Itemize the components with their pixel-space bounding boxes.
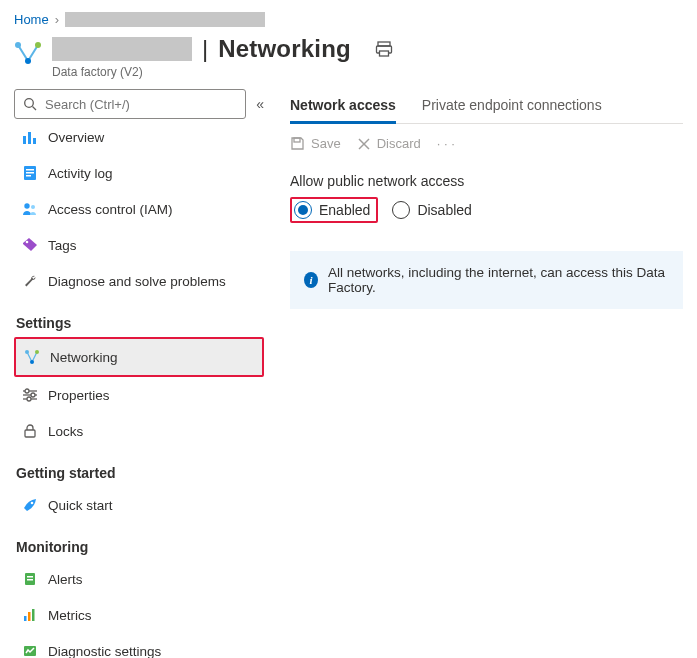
sidebar-item-label: Overview bbox=[48, 130, 104, 145]
page-title: Networking bbox=[218, 35, 351, 63]
sidebar-item-properties[interactable]: Properties bbox=[14, 377, 264, 413]
svg-point-20 bbox=[30, 360, 34, 364]
svg-rect-13 bbox=[26, 172, 34, 174]
sidebar-item-activity-log[interactable]: Activity log bbox=[14, 155, 264, 191]
rocket-icon bbox=[22, 497, 38, 513]
search-input[interactable] bbox=[43, 96, 237, 113]
svg-point-0 bbox=[15, 42, 21, 48]
svg-point-16 bbox=[31, 205, 35, 209]
tab-network-access[interactable]: Network access bbox=[290, 89, 396, 123]
sidebar-search[interactable] bbox=[14, 89, 246, 119]
svg-rect-31 bbox=[27, 579, 33, 581]
networking-icon bbox=[24, 349, 40, 365]
svg-rect-32 bbox=[24, 616, 27, 621]
svg-line-7 bbox=[33, 107, 37, 111]
diagnostic-settings-icon bbox=[22, 643, 38, 658]
svg-rect-12 bbox=[26, 169, 34, 171]
svg-point-1 bbox=[35, 42, 41, 48]
sidebar-item-label: Activity log bbox=[48, 166, 113, 181]
sidebar-item-label: Diagnostic settings bbox=[48, 644, 161, 659]
sidebar-section-getting-started: Getting started bbox=[14, 449, 264, 487]
info-icon: i bbox=[304, 272, 318, 288]
radio-icon bbox=[294, 201, 312, 219]
chevron-right-icon: › bbox=[55, 12, 59, 27]
page-header: | Networking Data factory (V2) bbox=[14, 35, 683, 85]
svg-point-24 bbox=[31, 393, 35, 397]
highlight-networking: Networking bbox=[14, 337, 264, 377]
info-text: All networks, including the internet, ca… bbox=[328, 265, 669, 295]
tabs: Network access Private endpoint connecti… bbox=[290, 89, 683, 124]
wrench-icon bbox=[22, 273, 38, 289]
svg-point-22 bbox=[25, 389, 29, 393]
svg-point-15 bbox=[24, 203, 29, 208]
sidebar-item-label: Alerts bbox=[48, 572, 83, 587]
collapse-sidebar-icon[interactable]: « bbox=[256, 96, 264, 112]
sidebar-item-label: Locks bbox=[48, 424, 83, 439]
sidebar-item-iam[interactable]: Access control (IAM) bbox=[14, 191, 264, 227]
sidebar-item-label: Tags bbox=[48, 238, 77, 253]
radio-label: Disabled bbox=[417, 202, 471, 218]
breadcrumb: Home › bbox=[14, 10, 683, 35]
svg-point-2 bbox=[25, 58, 31, 64]
sidebar-item-networking[interactable]: Networking bbox=[16, 339, 262, 375]
sidebar-item-quick-start[interactable]: Quick start bbox=[14, 487, 264, 523]
save-button[interactable]: Save bbox=[290, 136, 341, 151]
allow-public-label: Allow public network access bbox=[290, 173, 683, 189]
sidebar-item-label: Networking bbox=[50, 350, 118, 365]
radio-icon bbox=[392, 201, 410, 219]
svg-rect-36 bbox=[294, 138, 300, 142]
discard-icon bbox=[357, 137, 371, 151]
svg-rect-27 bbox=[25, 430, 35, 437]
radio-label: Enabled bbox=[319, 202, 370, 218]
discard-button[interactable]: Discard bbox=[357, 136, 421, 151]
sidebar-item-tags[interactable]: Tags bbox=[14, 227, 264, 263]
main-content: Network access Private endpoint connecti… bbox=[290, 85, 683, 658]
metrics-icon bbox=[22, 607, 38, 623]
properties-icon bbox=[22, 387, 38, 403]
sidebar-item-label: Diagnose and solve problems bbox=[48, 274, 226, 289]
svg-point-28 bbox=[31, 502, 34, 505]
sidebar: « Overview Activity log Access control bbox=[14, 85, 264, 658]
svg-rect-34 bbox=[32, 609, 35, 621]
sidebar-item-label: Access control (IAM) bbox=[48, 202, 173, 217]
sidebar-item-locks[interactable]: Locks bbox=[14, 413, 264, 449]
overview-icon bbox=[22, 129, 38, 145]
sidebar-item-diagnostic-settings[interactable]: Diagnostic settings bbox=[14, 633, 264, 658]
print-icon[interactable] bbox=[375, 40, 393, 58]
sidebar-section-monitoring: Monitoring bbox=[14, 523, 264, 561]
svg-point-6 bbox=[25, 99, 34, 108]
lock-icon bbox=[22, 423, 38, 439]
radio-enabled[interactable]: Enabled bbox=[294, 201, 370, 219]
highlight-enabled: Enabled bbox=[290, 197, 378, 223]
resource-name-redacted bbox=[52, 37, 192, 61]
alerts-icon bbox=[22, 571, 38, 587]
svg-rect-9 bbox=[28, 132, 31, 144]
sidebar-item-alerts[interactable]: Alerts bbox=[14, 561, 264, 597]
save-label: Save bbox=[311, 136, 341, 151]
svg-rect-8 bbox=[23, 136, 26, 144]
sidebar-section-settings: Settings bbox=[14, 299, 264, 337]
tab-private-endpoint[interactable]: Private endpoint connections bbox=[422, 89, 602, 123]
more-icon[interactable]: · · · bbox=[437, 136, 455, 151]
sidebar-item-label: Quick start bbox=[48, 498, 113, 513]
save-icon bbox=[290, 136, 305, 151]
discard-label: Discard bbox=[377, 136, 421, 151]
sidebar-item-diagnose[interactable]: Diagnose and solve problems bbox=[14, 263, 264, 299]
resource-subtype: Data factory (V2) bbox=[52, 65, 393, 79]
svg-rect-14 bbox=[26, 175, 31, 177]
breadcrumb-home[interactable]: Home bbox=[14, 12, 49, 27]
sidebar-item-metrics[interactable]: Metrics bbox=[14, 597, 264, 633]
svg-rect-33 bbox=[28, 612, 31, 621]
tag-icon bbox=[22, 237, 38, 253]
sidebar-item-label: Metrics bbox=[48, 608, 92, 623]
svg-point-18 bbox=[25, 350, 29, 354]
svg-rect-10 bbox=[33, 138, 36, 144]
svg-point-26 bbox=[27, 397, 31, 401]
breadcrumb-resource-redacted bbox=[65, 12, 265, 27]
data-factory-icon bbox=[14, 39, 42, 67]
activity-log-icon bbox=[22, 165, 38, 181]
radio-group-public-access: Enabled Disabled bbox=[290, 197, 683, 223]
radio-disabled[interactable]: Disabled bbox=[392, 201, 471, 219]
sidebar-item-overview[interactable]: Overview bbox=[14, 119, 264, 155]
svg-point-19 bbox=[35, 350, 39, 354]
